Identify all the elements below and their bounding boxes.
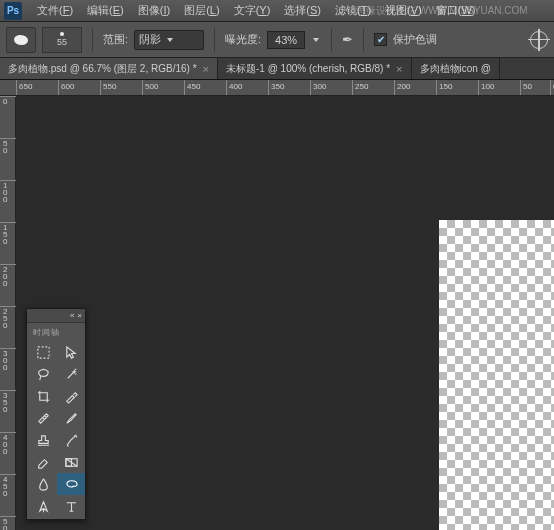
tool-brush[interactable] [57,407,85,429]
ruler-vertical[interactable]: 050100150200250300350400450500 [0,96,16,530]
transparent-canvas [439,220,554,530]
svg-rect-0 [37,346,48,357]
tool-eraser[interactable] [29,451,57,473]
menu-file[interactable]: 文件(F) [30,3,80,18]
menu-filter[interactable]: 滤镜(T) [328,3,378,18]
ruler-tick: 0 [550,80,554,96]
separator [331,28,332,52]
tool-move[interactable] [57,341,85,363]
tool-crop[interactable] [29,385,57,407]
ruler-tick: 500 [0,516,16,530]
pressure-icon[interactable] [530,31,548,49]
separator [363,28,364,52]
exposure-dropdown-arrow[interactable] [311,31,321,49]
ruler-tick: 300 [310,80,326,96]
app-logo: Ps [4,2,22,20]
brush-preset-picker[interactable]: 55 [42,27,82,53]
range-label: 范围: [103,32,128,47]
ruler-tick: 50 [0,138,16,154]
menu-window[interactable]: 窗口(W) [429,3,483,18]
ruler-tick: 150 [436,80,452,96]
range-dropdown[interactable]: 阴影 [134,30,204,50]
protect-tones-label: 保护色调 [393,32,437,47]
canvas-area[interactable] [16,96,554,530]
tool-pen[interactable] [29,495,57,517]
panel-title: 时间轴 [27,323,85,341]
exposure-label: 曝光度: [225,32,261,47]
close-icon[interactable]: × [203,63,209,75]
protect-tones-checkbox[interactable]: ✔ [374,33,387,46]
tool-burn[interactable] [57,473,85,495]
tool-blur[interactable] [29,473,57,495]
ruler-tick: 250 [0,306,16,329]
separator [214,28,215,52]
ruler-tick: 350 [268,80,284,96]
close-icon[interactable]: × [77,311,82,320]
tab-document-3[interactable]: 多肉植物icon @ [412,58,500,79]
tab-document-1[interactable]: 多肉植物.psd @ 66.7% (图层 2, RGB/16) * × [0,58,218,79]
options-bar: 55 范围: 阴影 曝光度: 43% ✒ ✔ 保护色调 [0,22,554,58]
chevron-down-icon [167,38,173,42]
tool-stamp[interactable] [29,429,57,451]
menu-image[interactable]: 图像(I) [131,3,177,18]
tool-history-brush[interactable] [57,429,85,451]
tool-eyedropper[interactable] [57,385,85,407]
airbrush-button[interactable]: ✒ [342,32,353,47]
tool-wand[interactable] [57,363,85,385]
tool-type[interactable] [57,495,85,517]
ruler-tick: 200 [0,264,16,287]
collapse-icon[interactable]: « [70,311,74,320]
menu-layer[interactable]: 图层(L) [177,3,226,18]
brush-size-value: 55 [57,37,67,47]
tab-document-2[interactable]: 未标题-1 @ 100% (cherish, RGB/8) * × [218,58,412,79]
panel-header[interactable]: « × [27,309,85,323]
ruler-tick: 600 [58,80,74,96]
ruler-tick: 300 [0,348,16,371]
ruler-tick: 450 [0,474,16,497]
ruler-tick: 50 [520,80,532,96]
ruler-horizontal[interactable]: 6506005505004504003503002502001501005005… [0,80,554,96]
menu-edit[interactable]: 编辑(E) [80,3,131,18]
exposure-field[interactable]: 43% [267,31,305,49]
tool-heal[interactable] [29,407,57,429]
ruler-tick: 650 [16,80,32,96]
menubar: Ps 文件(F) 编辑(E) 图像(I) 图层(L) 文字(Y) 选择(S) 滤… [0,0,554,22]
ruler-tick: 100 [0,180,16,203]
separator [92,28,93,52]
ruler-tick: 200 [394,80,410,96]
menu-select[interactable]: 选择(S) [277,3,328,18]
brush-dot-icon [60,32,64,36]
ruler-tick: 100 [478,80,494,96]
menu-view[interactable]: 视图(V) [378,3,429,18]
ruler-tick: 400 [0,432,16,455]
ruler-tick: 150 [0,222,16,245]
ruler-tick: 0 [0,96,16,105]
tools-panel[interactable]: « × 时间轴 [26,308,86,520]
tools-grid [27,341,85,519]
burn-tool-icon [14,35,28,45]
close-icon[interactable]: × [396,63,402,75]
tool-marquee[interactable] [29,341,57,363]
tool-preset-button[interactable] [6,27,36,53]
ruler-tick: 250 [352,80,368,96]
tool-gradient[interactable] [57,451,85,473]
ruler-tick: 400 [226,80,242,96]
ruler-tick: 450 [184,80,200,96]
document-tabs: 多肉植物.psd @ 66.7% (图层 2, RGB/16) * × 未标题-… [0,58,554,80]
ruler-tick: 500 [142,80,158,96]
tool-lasso[interactable] [29,363,57,385]
ruler-tick: 550 [100,80,116,96]
ruler-tick: 350 [0,390,16,413]
menu-text[interactable]: 文字(Y) [227,3,278,18]
